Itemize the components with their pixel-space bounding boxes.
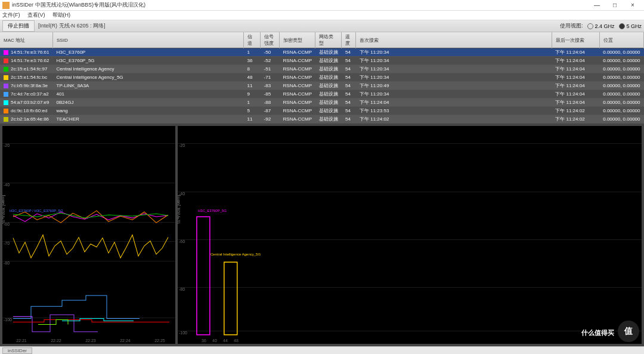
col-last[interactable]: 最后一次搜索 (552, 32, 599, 48)
col-ch[interactable]: 信道 (244, 32, 261, 48)
band-24-radio[interactable]: 2.4 GHz (587, 23, 614, 29)
table-row[interactable]: 2c:15:e1:54:fc:bcCentral Intelligence Ag… (0, 73, 644, 82)
menubar: 文件(F) 查看(V) 帮助(H) (0, 11, 644, 20)
band-5-radio[interactable]: 5 GHz (619, 23, 642, 29)
window-controls: — □ × (588, 2, 642, 8)
close-button[interactable]: × (624, 2, 642, 8)
table-row[interactable]: 14:51:7e:e3:76:61H3C_E3760P1-50RSNA-CCMP… (0, 48, 644, 57)
channel-label-magenta: H3C_E3760P_5G (198, 209, 227, 213)
channel-chart[interactable]: 信号强度 [dBm] -20 -40 -60 -80 -100 H3C_E376… (178, 126, 642, 344)
window-title: inSSIDer 中国无线论坛(WlanBBS)专用版(风中残泪汉化) (12, 1, 588, 9)
view-hint: 使用视图: (560, 22, 583, 30)
maximize-button[interactable]: □ (606, 2, 624, 8)
svg-rect-1 (224, 262, 237, 335)
time-chart-svg (2, 126, 175, 344)
charts-area: 信号强度 [dBm] -20 -40 -60 -70 -80 -100 H3C_… (0, 124, 644, 346)
table-row[interactable]: 54:a7:03:b2:07:e90B24GJ1-88RSNA-CCMP基础设施… (0, 98, 644, 107)
channel-label-yellow: Central Intelligence Agency_5G (210, 253, 261, 256)
table-row[interactable]: 14:51:7e:e3:76:62H3C_E3760P_5G36-52RSNA-… (0, 57, 644, 65)
menu-help[interactable]: 帮助(H) (52, 11, 71, 19)
col-sec[interactable]: 加密类型 (280, 32, 315, 48)
table-row[interactable]: 7c:b5:9b:3f:8a:3eTP-LINK_8A3A11-83RSNA-C… (0, 82, 644, 90)
watermark-text: 什么值得买 (581, 328, 614, 337)
time-chart[interactable]: 信号强度 [dBm] -20 -40 -60 -70 -80 -100 H3C_… (2, 126, 175, 344)
menu-view[interactable]: 查看(V) (27, 11, 45, 19)
table-header[interactable]: MAC 地址 SSID 信道 信号强度 加密类型 网络类型 速度 首次搜索 最后… (0, 32, 644, 48)
statusbar: inSSIDer (0, 346, 644, 354)
col-rssi[interactable]: 信号强度 (261, 32, 280, 48)
col-ssid[interactable]: SSID (53, 32, 244, 48)
table-row[interactable]: dc:9c:18:fb:60:edwang5-87RSNA-CCMP基础设施54… (0, 107, 644, 115)
table-row[interactable]: 7c:4d:7e:c0:37:a24019-85RSNA-CCMP基础设施54下… (0, 90, 644, 98)
svg-rect-0 (197, 217, 210, 335)
table-row[interactable]: 2c:15:e1:54:fc:97Central Intelligence Ag… (0, 65, 644, 73)
status-tab[interactable]: inSSIDer (2, 347, 32, 354)
menu-file[interactable]: 文件(F) (2, 11, 20, 19)
minimize-button[interactable]: — (588, 2, 606, 8)
toolbar: 停止扫描 [Intel(R) 无线-N 6205 : 网络] 使用视图: 2.4… (0, 20, 644, 32)
col-first[interactable]: 首次搜索 (356, 32, 552, 48)
scan-button[interactable]: 停止扫描 (2, 20, 35, 32)
col-type[interactable]: 网络类型 (315, 32, 342, 48)
network-table[interactable]: MAC 地址 SSID 信道 信号强度 加密类型 网络类型 速度 首次搜索 最后… (0, 32, 644, 124)
table-row[interactable]: 2c:b2:1a:65:4e:86TEACHER11-92RSNA-CCMP基础… (0, 115, 644, 124)
watermark-logo: 值 (618, 321, 639, 342)
col-speed[interactable]: 速度 (342, 32, 356, 48)
nic-selector[interactable]: [Intel(R) 无线-N 6205 : 网络] (38, 22, 106, 30)
col-mac[interactable]: MAC 地址 (0, 32, 53, 48)
channel-chart-svg (178, 126, 642, 344)
app-icon (2, 2, 10, 9)
col-pos[interactable]: 位置 (599, 32, 643, 48)
titlebar: inSSIDer 中国无线论坛(WlanBBS)专用版(风中残泪汉化) — □ … (0, 0, 644, 11)
